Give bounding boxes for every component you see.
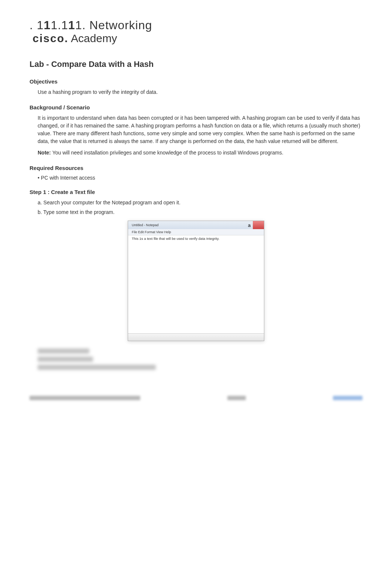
footer-page-number bbox=[227, 396, 246, 400]
footer-copyright bbox=[30, 396, 140, 400]
header-line2: cisco. Academy bbox=[30, 32, 362, 45]
header-prefix: . 1 bbox=[30, 18, 44, 32]
notepad-titlebar: Untitled - Notepad a bbox=[128, 221, 264, 229]
note-text: You will need installation privileges an… bbox=[52, 150, 283, 156]
notepad-text-area[interactable]: This 1s a text file that will be used to… bbox=[128, 235, 264, 333]
titlebar-annotation-a: a bbox=[248, 222, 251, 228]
header-line1: . 111.111. Networking bbox=[30, 18, 362, 32]
resources-bullet: • PC with Internet access bbox=[38, 175, 362, 181]
step1-heading: Step 1 : Create a Text file bbox=[30, 189, 362, 195]
blurred-line-3 bbox=[38, 365, 156, 370]
cisco-logo-text: cisco. bbox=[32, 32, 68, 44]
blurred-line-1 bbox=[38, 348, 89, 354]
note-label: Note: bbox=[38, 150, 52, 156]
objectives-text: Use a hashing program to verify the inte… bbox=[38, 88, 362, 96]
notepad-menubar[interactable]: File Edit Format View Help bbox=[128, 229, 264, 235]
header-mid: 1.1 bbox=[51, 18, 68, 32]
header-suffix: 1. Networking bbox=[75, 18, 152, 32]
resources-heading: Required Resources bbox=[30, 165, 362, 171]
academy-text: Academy bbox=[68, 32, 117, 44]
background-note: Note: You will need installation privile… bbox=[38, 149, 362, 157]
document-header: . 111.111. Networking cisco. Academy bbox=[30, 18, 362, 45]
background-text: It is important to understand when data … bbox=[38, 114, 362, 145]
notepad-statusbar bbox=[128, 333, 264, 341]
blurred-content bbox=[30, 348, 362, 370]
notepad-title: Untitled - Notepad bbox=[132, 223, 159, 227]
blurred-line-2 bbox=[38, 357, 93, 362]
background-heading: Background / Scenario bbox=[30, 104, 362, 110]
footer-link bbox=[333, 396, 362, 400]
lab-title: Lab - Compare Data with a Hash bbox=[30, 59, 362, 69]
close-icon[interactable] bbox=[253, 221, 264, 229]
notepad-window: Untitled - Notepad a File Edit Format Vi… bbox=[128, 221, 264, 341]
step1-item-a: a. Search your computer for the Notepad … bbox=[38, 200, 362, 205]
objectives-heading: Objectives bbox=[30, 78, 362, 85]
header-bold1: 1 bbox=[44, 18, 51, 32]
page-footer bbox=[30, 396, 362, 400]
titlebar-right: a bbox=[248, 221, 264, 229]
header-bold2: 1 bbox=[68, 18, 75, 32]
step1-item-b: b. Type some text in the program. bbox=[38, 209, 362, 215]
